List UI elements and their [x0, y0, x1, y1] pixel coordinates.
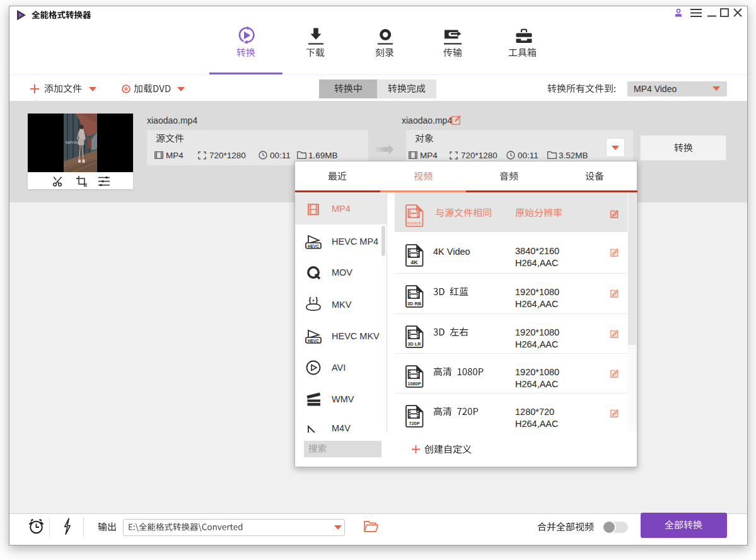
svg-text:1080P: 1080P — [407, 381, 421, 387]
svg-text:3D LR: 3D LR — [407, 341, 421, 347]
svg-text:HEVC: HEVC — [308, 244, 319, 248]
svg-text:NSPYONC: NSPYONC — [66, 141, 80, 144]
svg-text:720P: 720P — [409, 421, 419, 426]
svg-text:source: source — [407, 220, 421, 226]
svg-text:HEVC: HEVC — [308, 339, 319, 343]
svg-text:3D RB: 3D RB — [407, 301, 421, 306]
svg-text:4K: 4K — [410, 259, 418, 265]
